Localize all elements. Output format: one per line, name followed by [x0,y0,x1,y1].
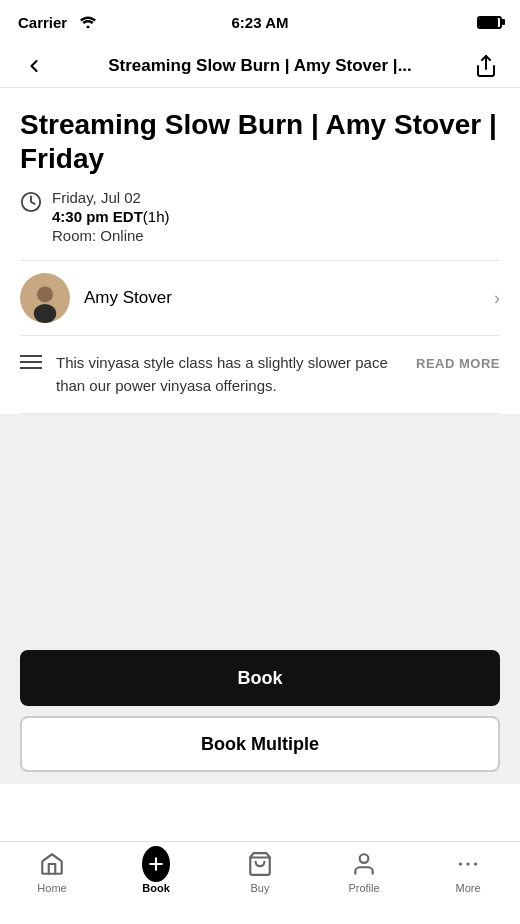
profile-icon [350,850,378,878]
time-display: 6:23 AM [232,14,289,31]
svg-point-4 [34,304,56,323]
meta-details: Friday, Jul 02 4:30 pm EDT(1h) Room: Onl… [52,189,170,244]
nav-header: Streaming Slow Burn | Amy Stover |... [0,44,520,88]
lines-icon [20,354,42,376]
instructor-name: Amy Stover [84,288,494,308]
tab-home-label: Home [37,882,66,894]
description-container: This vinyasa style class has a slightly … [56,352,500,397]
book-tab-icon [142,850,170,878]
tab-book-label: Book [142,882,170,894]
read-more-link[interactable]: READ MORE [416,356,500,371]
share-button[interactable] [468,48,504,84]
instructor-row[interactable]: Amy Stover › [20,260,500,336]
avatar [20,273,70,323]
tab-buy[interactable]: Buy [208,850,312,894]
svg-point-13 [466,862,469,865]
class-meta: Friday, Jul 02 4:30 pm EDT(1h) Room: Onl… [20,189,500,244]
main-content: Streaming Slow Burn | Amy Stover | Frida… [0,88,520,244]
book-multiple-button[interactable]: Book Multiple [20,716,500,772]
tab-bar: Home Book Buy [0,841,520,924]
more-icon [454,850,482,878]
tab-buy-label: Buy [251,882,270,894]
chevron-right-icon: › [494,288,500,309]
tab-more-label: More [455,882,480,894]
tab-profile[interactable]: Profile [312,850,416,894]
svg-point-0 [86,25,89,28]
carrier-text: Carrier [18,14,96,31]
class-title: Streaming Slow Burn | Amy Stover | Frida… [20,108,500,175]
class-date: Friday, Jul 02 [52,189,170,206]
description-row: This vinyasa style class has a slightly … [20,336,500,414]
tab-profile-label: Profile [348,882,379,894]
buttons-area: Book Book Multiple [0,634,520,784]
nav-title: Streaming Slow Burn | Amy Stover |... [52,56,468,76]
back-button[interactable] [16,48,52,84]
wifi-icon [80,16,96,28]
svg-point-11 [360,854,369,863]
class-room: Room: Online [52,227,170,244]
home-icon [38,850,66,878]
tab-book[interactable]: Book [104,850,208,894]
tab-more[interactable]: More [416,850,520,894]
buy-icon [246,850,274,878]
svg-point-3 [37,287,53,303]
book-button[interactable]: Book [20,650,500,706]
svg-point-12 [459,862,462,865]
battery-indicator [477,16,502,29]
clock-icon [20,191,42,217]
status-bar: Carrier 6:23 AM [0,0,520,44]
tab-home[interactable]: Home [0,850,104,894]
description-text: This vinyasa style class has a slightly … [56,352,412,397]
gray-spacer [0,414,520,634]
svg-point-14 [474,862,477,865]
class-time: 4:30 pm EDT(1h) [52,208,170,225]
